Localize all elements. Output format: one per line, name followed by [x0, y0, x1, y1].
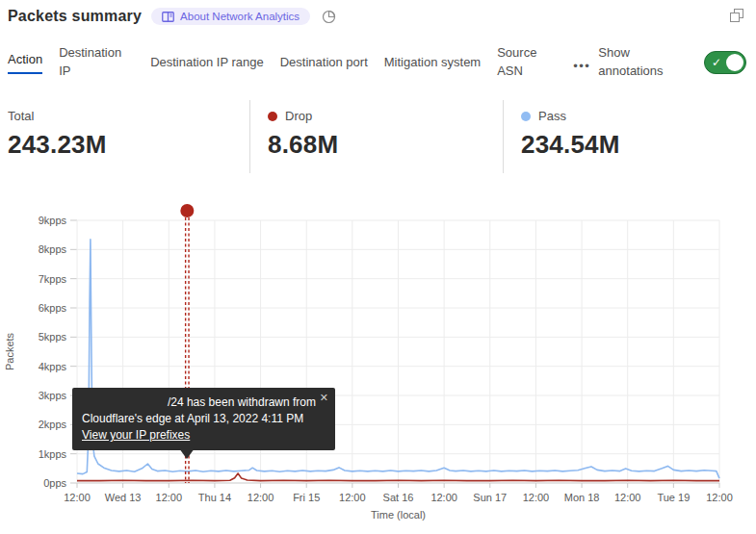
tooltip-line1: /24 has been withdrawn from [82, 394, 326, 411]
x-tick-label: Fri 15 [293, 492, 320, 503]
stat-label: Pass [538, 109, 566, 123]
pie-chart-icon[interactable] [322, 10, 336, 24]
x-tick-label: 12:00 [706, 492, 733, 503]
y-tick-label: 2kpps [39, 419, 67, 430]
x-tick-label: Mon 18 [564, 492, 600, 503]
popout-front-square [730, 13, 740, 22]
annotation-tooltip: /24 has been withdrawn from Cloudflare's… [72, 388, 335, 450]
x-tick-label: Sun 17 [473, 492, 507, 503]
stat-label: Total [8, 109, 34, 123]
y-tick-label: 7kpps [39, 273, 67, 285]
about-network-analytics-badge[interactable]: About Network Analytics [151, 8, 310, 25]
x-tick-label: Tue 19 [657, 492, 690, 503]
view-ip-prefixes-link[interactable]: View your IP prefixes [82, 427, 190, 444]
stat-value: 8.68M [268, 130, 503, 160]
annotation-dot[interactable] [180, 204, 194, 217]
tab-destination-port[interactable]: Destination port [280, 54, 368, 72]
x-tick-label: 12:00 [156, 492, 183, 503]
checkmark-icon: ✓ [712, 55, 721, 70]
pass-legend-dot [521, 112, 531, 121]
book-icon [162, 12, 174, 22]
stat-pass: Pass234.54M [503, 100, 756, 173]
x-tick-label: Sat 16 [383, 492, 414, 503]
x-axis-title: Time (local) [371, 509, 426, 521]
tab-destination-ip-range[interactable]: Destination IP range [150, 54, 264, 72]
show-annotations-toggle[interactable]: ✓ [704, 51, 746, 74]
toggle-knob [726, 54, 743, 71]
x-tick-label: Thu 14 [198, 492, 231, 503]
drop-legend-dot [268, 112, 277, 121]
y-tick-label: 1kpps [39, 448, 67, 460]
x-tick-label: 12:00 [64, 492, 91, 503]
y-tick-label: 3kpps [39, 390, 67, 401]
stat-value: 243.23M [8, 130, 249, 160]
tooltip-arrow [179, 448, 195, 459]
page-title: Packets summary [8, 8, 142, 25]
stat-total: Total243.23M [8, 100, 249, 173]
x-tick-label: Wed 13 [105, 492, 142, 503]
badge-label: About Network Analytics [180, 11, 300, 22]
packets-chart[interactable]: 0pps1kpps2kpps3kpps4kpps5kpps6kpps7kpps8… [0, 195, 756, 534]
tab-action[interactable]: Action [8, 51, 42, 75]
x-tick-label: 12:00 [248, 492, 274, 503]
stats-row: Total243.23MDrop8.68MPass234.54M [8, 100, 756, 173]
dimension-tabs: ActionDestination IPDestination IP range… [8, 38, 746, 87]
y-tick-label: 4kpps [39, 361, 67, 372]
close-icon[interactable]: ✕ [320, 390, 328, 406]
y-tick-label: 5kpps [39, 331, 67, 343]
stat-value: 234.54M [521, 130, 756, 160]
widget-header: Packets summary About Network Analytics [8, 8, 336, 25]
popout-icon[interactable] [730, 9, 743, 22]
x-tick-label: 12:00 [430, 492, 457, 503]
y-tick-label: 8kpps [39, 243, 67, 255]
tab-destination-ip[interactable]: Destination IP [59, 44, 134, 81]
stat-drop: Drop8.68M [249, 100, 503, 173]
y-tick-label: 6kpps [39, 302, 67, 314]
x-tick-label: 12:00 [523, 492, 550, 503]
stat-label: Drop [285, 109, 312, 123]
y-tick-label: 0pps [43, 477, 66, 489]
show-annotations-label: Show annotations [598, 44, 681, 81]
tab-source-asn[interactable]: Source ASN [497, 44, 547, 81]
x-tick-label: 12:00 [614, 492, 641, 503]
x-tick-label: 12:00 [339, 492, 366, 503]
tooltip-line2: Cloudflare's edge at April 13, 2022 4:11… [82, 411, 326, 427]
more-tabs-button[interactable]: ••• [573, 59, 590, 73]
y-axis-title: Packets [4, 332, 15, 370]
tab-mitigation-system[interactable]: Mitigation system [384, 54, 481, 72]
y-tick-label: 9kpps [39, 215, 67, 226]
